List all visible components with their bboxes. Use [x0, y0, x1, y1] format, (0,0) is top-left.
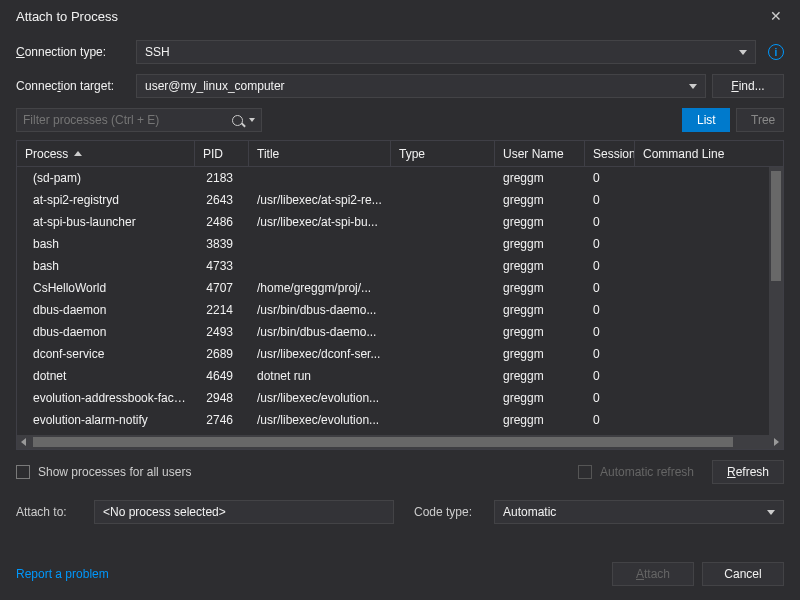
cell-pid: 2643 [195, 193, 249, 207]
cell-title: /usr/libexec/evolution... [249, 413, 391, 427]
table-row[interactable]: evolution-addressbook-factory2948/usr/li… [17, 387, 783, 409]
cell-session: 0 [585, 193, 635, 207]
cell-session: 0 [585, 259, 635, 273]
cell-title: /usr/libexec/at-spi-bu... [249, 215, 391, 229]
grid-header: Process PID Title Type User Name Session… [17, 141, 783, 167]
cell-user: greggm [495, 193, 585, 207]
table-row[interactable]: dbus-daemon2493/usr/bin/dbus-daemo...gre… [17, 321, 783, 343]
cell-user: greggm [495, 215, 585, 229]
chevron-down-icon [767, 510, 775, 515]
cell-pid: 4733 [195, 259, 249, 273]
cell-session: 0 [585, 413, 635, 427]
connection-target-value: user@my_linux_computer [145, 79, 285, 93]
tree-view-button[interactable]: Tree [736, 108, 784, 132]
filter-input[interactable] [23, 113, 213, 127]
cancel-button[interactable]: Cancel [702, 562, 784, 586]
scroll-right-icon[interactable] [774, 438, 779, 446]
attach-button[interactable]: Attach [612, 562, 694, 586]
cell-user: greggm [495, 171, 585, 185]
cell-title: /home/greggm/proj/... [249, 281, 391, 295]
column-header-cmd[interactable]: Command Line [635, 141, 735, 166]
column-header-session[interactable]: Session [585, 141, 635, 166]
connection-target-combobox[interactable]: user@my_linux_computer [136, 74, 706, 98]
chevron-down-icon [689, 84, 697, 89]
cell-session: 0 [585, 325, 635, 339]
attach-to-value: <No process selected> [94, 500, 394, 524]
table-row[interactable]: evolution-alarm-notify2746/usr/libexec/e… [17, 409, 783, 431]
cell-title: /usr/libexec/at-spi2-re... [249, 193, 391, 207]
column-header-user[interactable]: User Name [495, 141, 585, 166]
titlebar: Attach to Process ✕ [0, 0, 800, 32]
grid-body[interactable]: (sd-pam)2183greggm0at-spi2-registryd2643… [17, 167, 783, 435]
connection-type-combobox[interactable]: SSH [136, 40, 756, 64]
cell-user: greggm [495, 391, 585, 405]
connection-target-row: Connection target: user@my_linux_compute… [16, 74, 784, 98]
list-view-button[interactable]: List [682, 108, 730, 132]
cell-process: bash [17, 259, 195, 273]
connection-type-label: Connection type: [16, 45, 130, 59]
table-row[interactable]: (sd-pam)2183greggm0 [17, 167, 783, 189]
connection-type-value: SSH [145, 45, 170, 59]
cell-session: 0 [585, 369, 635, 383]
column-header-pid[interactable]: PID [195, 141, 249, 166]
cell-session: 0 [585, 347, 635, 361]
find-button[interactable]: Find... [712, 74, 784, 98]
cell-pid: 2948 [195, 391, 249, 405]
cell-user: greggm [495, 369, 585, 383]
process-grid: Process PID Title Type User Name Session… [16, 140, 784, 450]
table-row[interactable]: dconf-service2689/usr/libexec/dconf-ser.… [17, 343, 783, 365]
cell-pid: 4649 [195, 369, 249, 383]
cell-session: 0 [585, 171, 635, 185]
table-row[interactable]: bash4733greggm0 [17, 255, 783, 277]
info-icon[interactable]: i [768, 44, 784, 60]
chevron-down-icon[interactable] [249, 118, 255, 122]
cell-session: 0 [585, 237, 635, 251]
cell-process: dconf-service [17, 347, 195, 361]
cell-process: CsHelloWorld [17, 281, 195, 295]
show-all-users-checkbox[interactable] [16, 465, 30, 479]
vertical-scrollbar[interactable] [769, 167, 783, 435]
cell-title: /usr/bin/dbus-daemo... [249, 303, 391, 317]
cell-pid: 2689 [195, 347, 249, 361]
table-row[interactable]: CsHelloWorld4707/home/greggm/proj/...gre… [17, 277, 783, 299]
table-row[interactable]: dbus-daemon2214/usr/bin/dbus-daemo...gre… [17, 299, 783, 321]
cell-title: dotnet run [249, 369, 391, 383]
scroll-left-icon[interactable] [21, 438, 26, 446]
cell-pid: 2486 [195, 215, 249, 229]
horizontal-scrollbar[interactable] [17, 435, 783, 449]
report-problem-link[interactable]: Report a problem [16, 567, 109, 581]
refresh-button[interactable]: Refresh [712, 460, 784, 484]
table-row[interactable]: bash3839greggm0 [17, 233, 783, 255]
window-title: Attach to Process [16, 9, 118, 24]
cell-pid: 2214 [195, 303, 249, 317]
scrollbar-thumb[interactable] [771, 171, 781, 281]
table-row[interactable]: dotnet4649dotnet rungreggm0 [17, 365, 783, 387]
connection-target-label: Connection target: [16, 79, 130, 93]
column-header-title[interactable]: Title [249, 141, 391, 166]
options-row: Show processes for all users Automatic r… [16, 460, 784, 484]
cell-process: dbus-daemon [17, 303, 195, 317]
cell-process: evolution-alarm-notify [17, 413, 195, 427]
table-row[interactable]: at-spi2-registryd2643/usr/libexec/at-spi… [17, 189, 783, 211]
code-type-label: Code type: [414, 505, 486, 519]
cell-title: /usr/libexec/evolution... [249, 391, 391, 405]
cell-session: 0 [585, 303, 635, 317]
close-icon[interactable]: ✕ [764, 6, 788, 26]
auto-refresh-label: Automatic refresh [600, 465, 694, 479]
cell-process: evolution-addressbook-factory [17, 391, 195, 405]
auto-refresh-checkbox[interactable] [578, 465, 592, 479]
code-type-combobox[interactable]: Automatic [494, 500, 784, 524]
cell-title: /usr/bin/dbus-daemo... [249, 325, 391, 339]
column-header-type[interactable]: Type [391, 141, 495, 166]
column-header-process[interactable]: Process [17, 141, 195, 166]
cell-title: /usr/libexec/dconf-ser... [249, 347, 391, 361]
table-row[interactable]: at-spi-bus-launcher2486/usr/libexec/at-s… [17, 211, 783, 233]
cell-session: 0 [585, 391, 635, 405]
filter-input-wrap[interactable] [16, 108, 262, 132]
cell-user: greggm [495, 325, 585, 339]
sort-asc-icon [74, 151, 82, 156]
cell-session: 0 [585, 215, 635, 229]
scrollbar-thumb[interactable] [33, 437, 733, 447]
cell-user: greggm [495, 413, 585, 427]
cell-user: greggm [495, 259, 585, 273]
